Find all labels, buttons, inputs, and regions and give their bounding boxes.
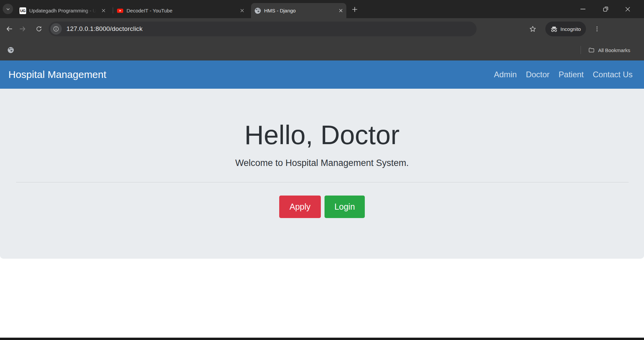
incognito-badge: Incognito: [545, 22, 586, 36]
youtube-favicon: [117, 7, 123, 14]
ug-favicon: UG: [19, 7, 26, 14]
webpage-viewport: Hospital Management Admin Doctor Patient…: [0, 60, 644, 338]
menu-icon[interactable]: [593, 25, 601, 33]
minimize-button[interactable]: [574, 0, 592, 18]
divider: [16, 182, 629, 182]
bookmark-favicon-globe[interactable]: [7, 47, 14, 53]
tab-updategadh[interactable]: UG Updategadh Programming - Up: [16, 3, 109, 18]
globe-favicon: [254, 7, 261, 14]
navbar-brand[interactable]: Hospital Management: [8, 69, 106, 80]
browser-toolbar: 127.0.0.1:8000/doctorclick Incognito: [0, 18, 644, 40]
jumbotron: Hello, Doctor Welcome to Hospital Manage…: [0, 89, 644, 259]
plus-icon: [351, 6, 358, 13]
forward-button[interactable]: [18, 24, 27, 34]
restore-icon: [602, 6, 609, 12]
action-buttons: Apply Login: [0, 196, 644, 218]
login-button[interactable]: Login: [325, 196, 365, 218]
taskbar-edge: [0, 338, 644, 340]
tab-title: DecodeIT - YouTube: [127, 8, 172, 13]
chevron-down-icon: [5, 6, 11, 12]
url-text[interactable]: 127.0.0.1:8000/doctorclick: [66, 25, 143, 33]
tab-title: Updategadh Programming - Up: [29, 8, 96, 13]
folder-icon: [588, 47, 595, 53]
tab-decodeit[interactable]: DecodeIT - YouTube: [113, 3, 248, 18]
nav-link-patient[interactable]: Patient: [559, 70, 584, 79]
back-arrow-icon: [5, 25, 13, 33]
all-bookmarks-label: All Bookmarks: [598, 47, 630, 53]
incognito-icon: [550, 26, 558, 32]
page-title: Hello, Doctor: [0, 122, 644, 148]
new-tab-button[interactable]: [350, 4, 360, 14]
incognito-label: Incognito: [560, 26, 581, 32]
tab-search-button[interactable]: [3, 4, 13, 14]
back-button[interactable]: [5, 24, 14, 34]
page-subtitle: Welcome to Hospital Management System.: [0, 158, 644, 168]
close-tab-icon[interactable]: [337, 7, 344, 14]
tab-strip: UG Updategadh Programming - Up DecodeIT …: [0, 0, 644, 18]
nav-link-doctor[interactable]: Doctor: [526, 70, 550, 79]
nav-link-admin[interactable]: Admin: [494, 70, 517, 79]
restore-button[interactable]: [596, 0, 615, 18]
reload-button[interactable]: [34, 24, 44, 34]
site-info-icon[interactable]: [50, 23, 62, 35]
close-icon: [624, 6, 631, 13]
nav-link-contact-us[interactable]: Contact Us: [593, 70, 633, 79]
apply-button[interactable]: Apply: [279, 196, 321, 218]
bookmarks-bar: All Bookmarks: [0, 40, 644, 60]
forward-arrow-icon: [18, 25, 27, 33]
divider: [581, 46, 581, 54]
close-tab-icon[interactable]: [100, 7, 107, 14]
tab-title: HMS - Django: [264, 8, 296, 13]
close-tab-icon[interactable]: [239, 7, 245, 14]
bookmark-star-icon[interactable]: [528, 25, 537, 33]
tab-hms-django[interactable]: HMS - Django: [251, 3, 346, 18]
minimize-icon: [579, 5, 587, 13]
site-navbar: Hospital Management Admin Doctor Patient…: [0, 60, 644, 89]
browser-window: UG Updategadh Programming - Up DecodeIT …: [0, 0, 644, 340]
tab-separator: [113, 7, 113, 13]
close-button[interactable]: [618, 0, 637, 18]
all-bookmarks-button[interactable]: All Bookmarks: [581, 40, 630, 60]
reload-icon: [35, 25, 43, 33]
navbar-links: Admin Doctor Patient Contact Us: [494, 70, 633, 79]
address-bar[interactable]: 127.0.0.1:8000/doctorclick: [49, 22, 477, 36]
